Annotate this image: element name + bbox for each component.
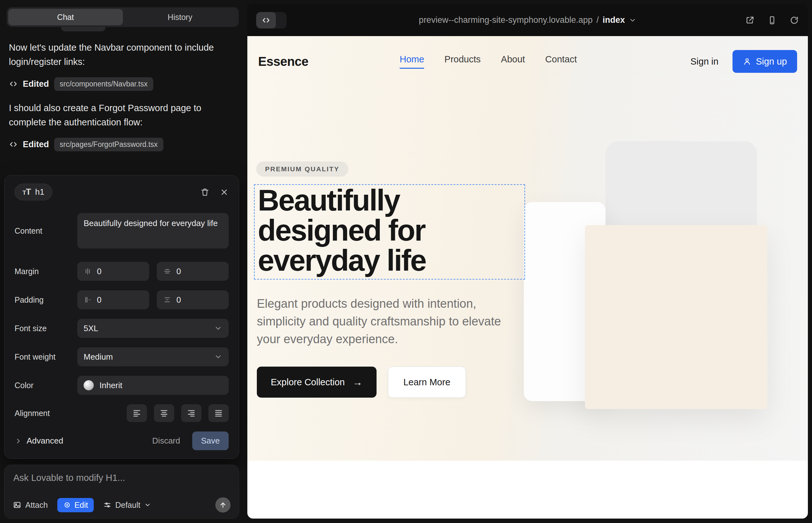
tab-history[interactable]: History (123, 9, 237, 25)
close-icon (220, 188, 229, 197)
chevron-down-icon (214, 324, 222, 332)
code-icon (9, 79, 18, 88)
sign-up-button[interactable]: Sign up (732, 50, 797, 73)
preview-page: index (603, 15, 625, 25)
preview-host: preview--charming-site-symphony.lovable.… (419, 15, 593, 25)
arrow-right-icon: → (352, 376, 363, 388)
sliders-icon (103, 501, 111, 509)
padding-horizontal-input[interactable]: 0 (157, 290, 229, 309)
nav-link-about[interactable]: About (501, 54, 525, 69)
person-icon (743, 57, 752, 66)
refresh-icon (790, 16, 799, 25)
align-center-button[interactable] (154, 404, 174, 422)
edited-label: Edited (23, 79, 49, 89)
typography-icon: TT (22, 187, 31, 197)
align-right-icon (187, 409, 196, 418)
tab-chat[interactable]: Chat (8, 9, 123, 25)
composer-input[interactable] (13, 473, 230, 492)
padding-vertical-input[interactable]: 0 (77, 290, 149, 309)
align-justify-icon (214, 409, 223, 418)
explore-collection-button[interactable]: Explore Collection → (257, 366, 376, 398)
font-weight-row: Font weight Medium (15, 347, 229, 366)
selected-element-chip[interactable]: TT h1 (15, 184, 52, 200)
align-right-button[interactable] (181, 404, 201, 422)
hero-section: Essence Home Products About Contact Sign… (247, 36, 808, 461)
close-editor-button[interactable] (220, 188, 229, 197)
align-justify-button[interactable] (208, 404, 229, 422)
color-swatch (84, 380, 94, 390)
chat-history-tabs: Chat History (7, 7, 239, 27)
site-nav-links: Home Products About Contact (400, 54, 577, 69)
edited-label: Edited (23, 140, 49, 149)
send-button[interactable] (215, 497, 231, 512)
content-input[interactable]: Beautifully designed for everyday life (77, 213, 229, 249)
color-select[interactable]: Inherit (77, 376, 229, 395)
element-editor-panel: TT h1 Content Beautifully designed for e… (4, 175, 239, 459)
external-link-icon (745, 16, 755, 25)
margin-vertical-icon (84, 267, 92, 275)
font-size-select[interactable]: 5XL (77, 319, 229, 338)
learn-more-button[interactable]: Learn More (388, 366, 466, 398)
font-size-label: Font size (15, 324, 77, 333)
edited-file-row: Edited src/components/Navbar.tsx (9, 77, 236, 91)
site-navbar: Essence Home Products About Contact Sign… (247, 36, 808, 87)
margin-label: Margin (15, 267, 77, 276)
margin-horizontal-icon (163, 267, 171, 275)
delete-element-button[interactable] (200, 187, 210, 197)
code-view-toggle[interactable] (256, 12, 287, 29)
nav-link-products[interactable]: Products (444, 54, 480, 69)
align-center-icon (160, 409, 169, 418)
file-chip-forgot-password[interactable]: src/pages/ForgotPassword.tsx (54, 138, 163, 151)
edit-target-icon (63, 501, 71, 509)
discard-button[interactable]: Discard (152, 436, 180, 446)
advanced-toggle[interactable]: Advanced (15, 436, 63, 446)
chat-message: I should also create a Forgot Password p… (9, 101, 236, 129)
app-root: Chat History Now let's update the Navbar… (0, 0, 812, 523)
hero-cta-row: Explore Collection → Learn More (257, 366, 466, 398)
hero-paragraph: Elegant products designed with intention… (257, 295, 510, 348)
arrow-up-icon (219, 501, 227, 509)
trash-icon (200, 187, 210, 197)
attach-button[interactable]: Attach (13, 501, 48, 510)
padding-horizontal-icon (163, 296, 171, 304)
alignment-row: Alignment (15, 404, 229, 422)
refresh-button[interactable] (790, 16, 799, 25)
font-size-row: Font size 5XL (15, 319, 229, 338)
save-button[interactable]: Save (192, 432, 229, 450)
decorative-beige-card (585, 225, 767, 409)
file-chip-navbar[interactable]: src/components/Navbar.tsx (54, 77, 153, 91)
chevron-right-icon (15, 437, 22, 445)
site-canvas: Essence Home Products About Contact Sign… (247, 36, 808, 519)
attach-image-icon (13, 501, 21, 509)
alignment-label: Alignment (15, 409, 77, 418)
mobile-device-icon (767, 16, 777, 25)
margin-vertical-input[interactable]: 0 (77, 262, 149, 281)
site-logo[interactable]: Essence (258, 54, 308, 69)
font-weight-select[interactable]: Medium (77, 347, 229, 366)
sign-in-link[interactable]: Sign in (690, 56, 719, 67)
margin-horizontal-input[interactable]: 0 (157, 262, 229, 281)
model-default-dropdown[interactable]: Default (103, 501, 151, 510)
chat-composer: Attach Edit Default (4, 465, 239, 519)
chevron-down-icon (144, 502, 151, 508)
padding-row: Padding 0 0 (15, 290, 229, 309)
content-label: Content (15, 227, 77, 236)
align-left-button[interactable] (127, 404, 147, 422)
content-row: Content Beautifully designed for everyda… (15, 213, 229, 249)
clipped-message-pill (61, 27, 105, 31)
edited-file-row: Edited src/pages/ForgotPassword.tsx (9, 138, 236, 151)
padding-vertical-icon (84, 296, 92, 304)
element-selection-outline: Beautifully designed for everyday life (254, 184, 525, 279)
address-bar[interactable]: preview--charming-site-symphony.lovable.… (419, 15, 637, 25)
hero-heading[interactable]: Beautifully designed for everyday life (254, 185, 525, 276)
device-preview-button[interactable] (767, 16, 777, 25)
color-row: Color Inherit (15, 376, 229, 395)
open-external-button[interactable] (745, 16, 755, 25)
nav-link-contact[interactable]: Contact (545, 54, 577, 69)
element-tag-label: h1 (35, 187, 44, 197)
edit-mode-button[interactable]: Edit (57, 498, 94, 512)
chat-message: Now let's update the Navbar component to… (9, 40, 236, 69)
nav-link-home[interactable]: Home (400, 54, 424, 69)
align-left-icon (133, 409, 141, 418)
code-icon (262, 16, 270, 25)
